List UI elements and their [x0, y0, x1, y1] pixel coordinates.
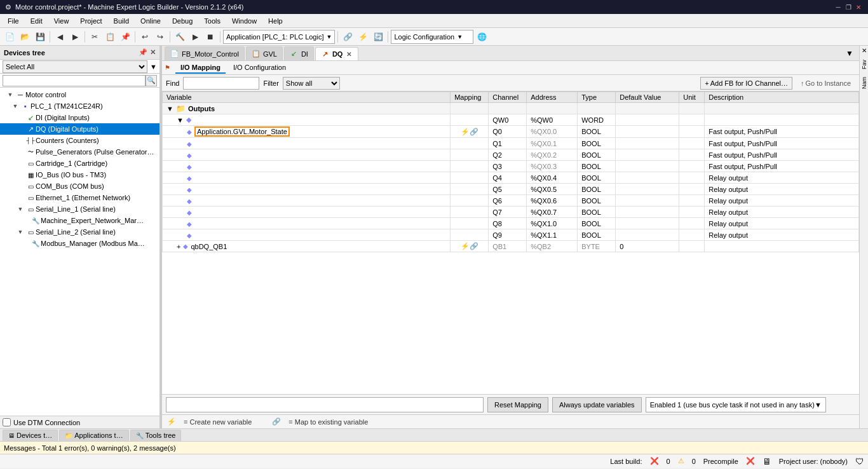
row-q0-var-name[interactable]: Application.GVL.Motor_State — [194, 126, 290, 137]
menu-item-file[interactable]: File — [3, 14, 24, 28]
col-header-mapping[interactable]: Mapping — [451, 92, 489, 103]
menu-item-debug[interactable]: Debug — [167, 14, 198, 28]
cut-button[interactable]: ✂ — [88, 30, 102, 44]
search-input[interactable] — [3, 75, 146, 86]
view-dropdown[interactable]: Logic Configuration ▼ — [391, 30, 473, 44]
col-header-variable[interactable]: Variable — [163, 92, 451, 103]
col-header-unit[interactable]: Unit — [679, 92, 705, 103]
restore-button[interactable]: ❐ — [844, 3, 853, 11]
online-btn-2[interactable]: ⚡ — [356, 30, 370, 44]
search-button[interactable]: 🔍 — [146, 75, 157, 86]
find-row: Find Filter Show all + Add FB for IO Cha… — [162, 75, 859, 92]
expand-plc1[interactable]: ▼ — [10, 103, 20, 109]
dtm-checkbox[interactable] — [3, 418, 11, 426]
menu-item-edit[interactable]: Edit — [25, 14, 48, 28]
sub-tab-io-mapping[interactable]: I/O Mapping — [175, 62, 226, 74]
expand-serial2[interactable]: ▼ — [15, 229, 25, 235]
menu-item-project[interactable]: Project — [75, 14, 107, 28]
group-outputs-expand[interactable]: ▼ — [166, 105, 173, 112]
col-header-description[interactable]: Description — [705, 92, 859, 103]
combus-icon: ▭ — [25, 181, 36, 191]
tree-item-pulse[interactable]: 〜 Pulse_Generators (Pulse Generator… — [0, 146, 159, 158]
dq-label: DQ (Digital Outputs) — [36, 125, 98, 133]
goto-instance-button[interactable]: ↑ Go to Instance — [796, 77, 855, 90]
tree-item-combus[interactable]: ▭ COM_Bus (COM bus) — [0, 180, 159, 192]
tab-dq[interactable]: ↗ DQ ✕ — [315, 47, 359, 61]
menu-item-help[interactable]: Help — [263, 14, 288, 28]
undo-button[interactable]: ↩ — [138, 30, 152, 44]
row-qb1-expand[interactable]: + — [177, 243, 180, 250]
bottom-tab-applications[interactable]: 📁 Applications t… — [59, 430, 128, 441]
build-button[interactable]: 🔨 — [173, 30, 187, 44]
reset-mapping-button[interactable]: Reset Mapping — [487, 397, 548, 412]
add-fb-button[interactable]: + Add FB for IO Channel… — [700, 77, 792, 90]
tree-item-motor-control[interactable]: ▼ ─ Motor control — [0, 89, 159, 100]
dtm-label[interactable]: Use DTM Connection — [13, 419, 80, 426]
view-btn[interactable]: 🌐 — [475, 30, 489, 44]
tabs-dropdown-button[interactable]: ▼ — [843, 46, 857, 60]
application-dropdown[interactable]: Application [PLC_1: PLC Logic] ▼ — [223, 30, 335, 44]
save-button[interactable]: 💾 — [33, 30, 47, 44]
row-qb1-type: BYTE — [578, 241, 616, 252]
always-update-button[interactable]: Always update variables — [552, 397, 642, 412]
open-button[interactable]: 📂 — [18, 30, 32, 44]
tree-item-serial2[interactable]: ▼ ▭ Serial_Line_2 (Serial line) — [0, 226, 159, 238]
expand-motor-control[interactable]: ▼ — [5, 92, 15, 98]
bottom-tab-devices[interactable]: 🖥 Devices t… — [3, 430, 58, 441]
right-panel-close[interactable]: ✕ — [862, 47, 867, 54]
menu-item-view[interactable]: View — [49, 14, 74, 28]
tree-item-machine-expert[interactable]: 🔧 Machine_Expert_Network_Mar… — [0, 215, 159, 226]
tree-item-dq[interactable]: ↗ DQ (Digital Outputs) — [0, 123, 159, 135]
row-q8-type: BOOL — [578, 218, 616, 229]
filter-select[interactable]: Show all — [283, 77, 340, 90]
paste-button[interactable]: 📌 — [118, 30, 132, 44]
tree-item-cartridge[interactable]: ▭ Cartridge_1 (Cartridge) — [0, 158, 159, 169]
tree-item-iobus[interactable]: ▦ IO_Bus (IO bus - TM3) — [0, 169, 159, 180]
stop-button[interactable]: ⏹ — [203, 30, 217, 44]
menu-item-tools[interactable]: Tools — [199, 14, 226, 28]
minimize-button[interactable]: ─ — [834, 3, 843, 11]
sub-tab-io-config[interactable]: I/O Configuration — [228, 62, 291, 74]
new-button[interactable]: 📄 — [3, 30, 17, 44]
redo-button[interactable]: ↪ — [153, 30, 167, 44]
forward-button[interactable]: ▶ — [68, 30, 82, 44]
tree-item-counters[interactable]: ┤├ Counters (Counters) — [0, 135, 159, 146]
online-btn-3[interactable]: 🔄 — [371, 30, 385, 44]
run-button[interactable]: ▶ — [188, 30, 202, 44]
pin-icon[interactable]: 📌 — [139, 48, 147, 57]
right-panel-btn-fav[interactable]: Fav — [860, 57, 869, 72]
tab-gvl[interactable]: 📋 GVL — [246, 46, 283, 60]
tree-item-modbus[interactable]: 🔧 Modbus_Manager (Modbus Ma… — [0, 238, 159, 249]
sub-tabs: ⚑ I/O Mapping I/O Configuration — [162, 61, 859, 75]
sub-tab-io-mapping-label: I/O Mapping — [180, 64, 220, 71]
online-btn-1[interactable]: 🔗 — [341, 30, 355, 44]
col-header-type[interactable]: Type — [578, 92, 616, 103]
col-header-default[interactable]: Default Value — [616, 92, 679, 103]
tab-fb-motor[interactable]: 📄 FB_Motor_Control — [165, 46, 245, 60]
right-panel-btn-nam[interactable]: Nam — [860, 74, 869, 92]
menu-item-build[interactable]: Build — [109, 14, 134, 28]
col-header-channel[interactable]: Channel — [489, 92, 527, 103]
col-header-address[interactable]: Address — [527, 92, 578, 103]
di-label: DI (Digital Inputs) — [36, 114, 90, 121]
enabled-dropdown[interactable]: Enabled 1 (use bus cycle task if not use… — [646, 397, 826, 412]
select-all-dropdown[interactable]: Select All — [3, 60, 147, 73]
back-button[interactable]: ◀ — [53, 30, 67, 44]
tree-item-plc1[interactable]: ▼ ▪ PLC_1 (TM241CE24R) — [0, 100, 159, 112]
bottom-search-input[interactable] — [166, 397, 484, 412]
row-q5-desc: Relay output — [705, 184, 859, 195]
menu-item-window[interactable]: Window — [227, 14, 262, 28]
bottom-tab-tools[interactable]: 🔧 Tools tree — [130, 430, 182, 441]
find-input[interactable] — [183, 77, 259, 90]
menu-item-online[interactable]: Online — [135, 14, 166, 28]
tab-dq-close[interactable]: ✕ — [345, 51, 353, 58]
tab-di[interactable]: ↙ DI — [284, 46, 314, 60]
copy-button[interactable]: 📋 — [103, 30, 117, 44]
tree-item-serial1[interactable]: ▼ ▭ Serial_Line_1 (Serial line) — [0, 203, 159, 215]
tree-item-ethernet[interactable]: ▭ Ethernet_1 (Ethernet Network) — [0, 192, 159, 203]
close-panel-icon[interactable]: ✕ — [150, 48, 156, 57]
expand-serial1[interactable]: ▼ — [15, 206, 25, 212]
row-qw0-expand[interactable]: ▼ — [177, 116, 184, 124]
close-button[interactable]: ✕ — [854, 3, 863, 11]
tree-item-di[interactable]: ↙ DI (Digital Inputs) — [0, 112, 159, 123]
